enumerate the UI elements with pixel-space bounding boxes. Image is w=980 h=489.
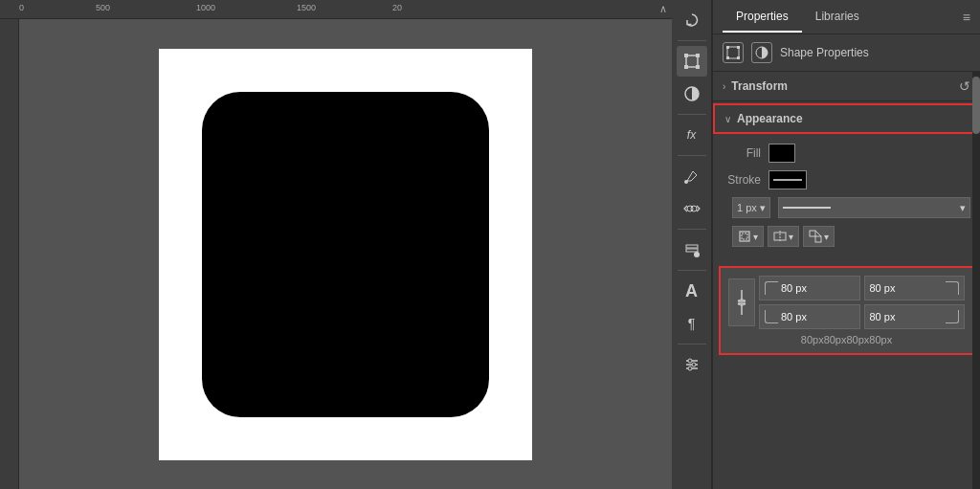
svg-rect-20	[737, 46, 740, 49]
line-style-chevron: ▾	[960, 202, 966, 214]
corner-tr-value: 80 px	[870, 282, 944, 294]
transform-header-left: › Transform	[723, 79, 788, 93]
corner-br-cell[interactable]: 80 px	[864, 304, 966, 329]
svg-rect-21	[726, 56, 729, 59]
text-tool[interactable]: A	[677, 276, 707, 306]
canvas-area: 0 500 1000 1500 20 ∧	[0, 0, 672, 489]
scroll-bar[interactable]	[972, 72, 980, 489]
shape-properties-label: Shape Properties	[780, 46, 869, 59]
paragraph-tool[interactable]: ¶	[677, 308, 707, 339]
panel-body: › Transform ↺ ∨ Appearance Fill Stroke	[713, 72, 980, 489]
ruler-left	[0, 19, 19, 489]
stroke-row: Stroke	[723, 170, 970, 189]
settings-tool[interactable]	[677, 349, 707, 380]
stroke-width-chevron: ▾	[760, 202, 766, 214]
divider-3	[678, 155, 706, 156]
svg-rect-22	[737, 56, 740, 59]
tab-libraries[interactable]: Libraries	[802, 2, 873, 33]
appearance-content: Fill Stroke 1 px ▾ ▾	[713, 136, 980, 262]
align-inside-btn[interactable]: ▾	[732, 226, 764, 247]
canvas-content	[19, 19, 672, 489]
corner-bl-value: 80 px	[781, 311, 855, 322]
fx-tool[interactable]: fx	[677, 120, 707, 150]
corner-tl-cell[interactable]: 80 px	[759, 276, 860, 300]
svg-point-8	[691, 206, 697, 211]
align-row: ▾ ▾ ▾	[723, 226, 970, 247]
stroke-width-value: 1 px	[737, 202, 757, 213]
transform-section-header[interactable]: › Transform ↺	[713, 72, 980, 101]
svg-rect-2	[696, 54, 700, 57]
corner-tr-cell[interactable]: 80 px	[864, 276, 966, 300]
divider-1	[678, 40, 706, 41]
fill-row: Fill	[723, 144, 970, 163]
fill-label: Fill	[723, 146, 761, 160]
appearance-header-left: ∨ Appearance	[724, 112, 803, 125]
settings-icon	[683, 356, 701, 373]
align-corners-icon	[809, 230, 822, 243]
shape-mask-icon	[751, 42, 772, 63]
paint-tool[interactable]	[677, 161, 707, 191]
shape-properties-bar: Shape Properties	[713, 34, 980, 72]
corner-bl-icon	[765, 310, 778, 323]
line-style-preview	[783, 207, 831, 209]
mask-icon	[755, 46, 768, 59]
svg-rect-25	[742, 233, 747, 239]
stroke-color-swatch[interactable]	[768, 170, 807, 189]
appearance-title: Appearance	[737, 112, 803, 125]
history-icon	[683, 11, 701, 29]
divider-5	[678, 270, 706, 271]
corner-summary: 80px80px80px80px	[728, 334, 965, 345]
layer-tool[interactable]	[677, 234, 707, 265]
appearance-section-header[interactable]: ∨ Appearance	[713, 103, 980, 134]
svg-rect-4	[696, 65, 700, 69]
panel-tabs: Properties Libraries ≡	[713, 0, 980, 34]
divider-6	[678, 344, 706, 345]
tab-properties[interactable]: Properties	[723, 2, 802, 33]
shape-icon	[726, 46, 740, 59]
history-tool[interactable]	[677, 5, 707, 35]
stroke-label: Stroke	[723, 173, 761, 187]
tab-group: Properties Libraries	[723, 2, 873, 33]
transform-title: Transform	[731, 79, 788, 93]
canvas-page	[159, 49, 532, 460]
svg-rect-9	[686, 245, 698, 248]
transform-reset-icon[interactable]: ↺	[959, 78, 970, 94]
toolbar-strip: fx A ¶	[672, 0, 712, 489]
link-corners-btn[interactable]	[728, 278, 755, 326]
ruler-tick-1500: 1500	[297, 3, 316, 12]
svg-rect-10	[686, 249, 698, 252]
line-style-dropdown[interactable]: ▾	[778, 197, 970, 218]
recolor-tool[interactable]	[677, 193, 707, 224]
svg-point-17	[688, 367, 692, 370]
svg-rect-3	[684, 65, 688, 69]
stroke-width-row: 1 px ▾ ▾	[723, 197, 970, 218]
svg-point-15	[688, 359, 692, 363]
appearance-tool[interactable]	[677, 78, 707, 109]
appearance-icon	[683, 85, 701, 102]
ruler-top: 0 500 1000 1500 20 ∧	[0, 0, 672, 19]
panel-menu-icon[interactable]: ≡	[963, 10, 970, 25]
link-corners-icon	[734, 288, 749, 317]
ruler-tick-0: 0	[19, 3, 24, 12]
align-center-chevron: ▾	[789, 232, 793, 242]
stroke-line-preview	[773, 179, 802, 181]
transform-tool[interactable]	[677, 46, 707, 77]
fill-color-swatch[interactable]	[768, 144, 795, 163]
align-corners-btn[interactable]: ▾	[803, 226, 835, 247]
align-inside-chevron: ▾	[753, 232, 758, 242]
svg-rect-28	[810, 231, 815, 236]
corner-bl-cell[interactable]: 80 px	[759, 304, 860, 329]
corner-br-value: 80 px	[870, 311, 944, 322]
corner-radius-section: 80 px 80 px 80 px 80 px 80	[719, 266, 974, 355]
scroll-thumb[interactable]	[972, 77, 980, 134]
corner-tr-icon	[946, 281, 959, 295]
align-center-btn[interactable]: ▾	[768, 226, 799, 247]
corner-br-icon	[946, 310, 959, 323]
collapse-arrow[interactable]: ∧	[659, 3, 667, 15]
transform-icon	[683, 53, 701, 70]
stroke-width-dropdown[interactable]: 1 px ▾	[732, 197, 770, 218]
svg-point-16	[692, 363, 696, 367]
align-center-icon	[773, 230, 787, 243]
rounded-rect-shape[interactable]	[202, 92, 489, 417]
svg-line-30	[815, 231, 821, 236]
